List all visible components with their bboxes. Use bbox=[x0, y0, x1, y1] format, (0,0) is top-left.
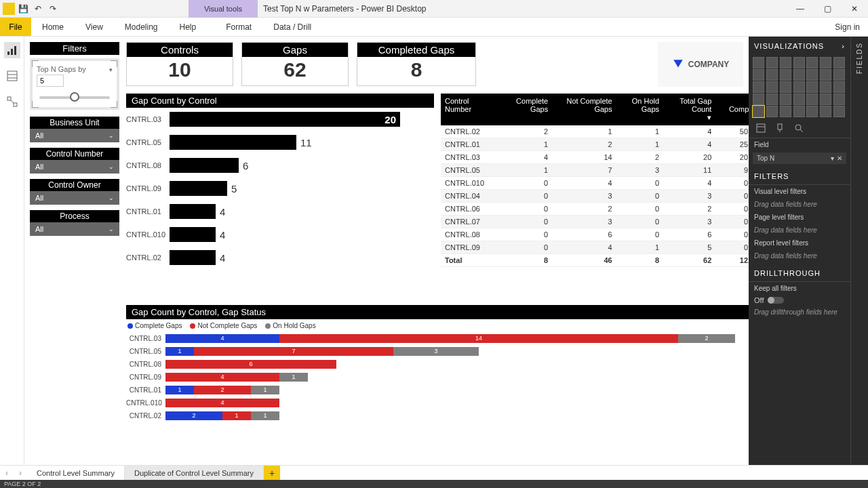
sign-in-link[interactable]: Sign in bbox=[835, 18, 868, 36]
viz-type-icon[interactable] bbox=[766, 69, 778, 81]
filter-dropdown[interactable]: All⌄ bbox=[30, 222, 119, 236]
stacked-segment[interactable]: 1 bbox=[251, 411, 279, 420]
filter-dropdown[interactable]: All⌄ bbox=[30, 129, 119, 142]
stacked-row[interactable]: CNTRL.034142 bbox=[126, 332, 749, 344]
data-view-icon[interactable] bbox=[4, 68, 20, 84]
kpi-card[interactable]: Completed Gaps 8 bbox=[357, 42, 476, 86]
page-nav-next[interactable]: › bbox=[14, 466, 27, 480]
stacked-row[interactable]: CNTRL.0104 bbox=[126, 396, 749, 409]
gap-count-bar-chart[interactable]: Gap Count by Control CNTRL.03 20 CNTRL.0… bbox=[126, 94, 434, 269]
ribbon-tab-view[interactable]: View bbox=[75, 18, 114, 36]
bar-row[interactable]: CNTRL.03 20 bbox=[126, 108, 434, 131]
fields-tool-icon[interactable] bbox=[755, 123, 766, 134]
table-row[interactable]: CNTRL.0403030.0% bbox=[441, 190, 749, 203]
filter-dropdown[interactable]: All⌄ bbox=[30, 160, 119, 174]
viz-type-icon[interactable] bbox=[766, 81, 778, 93]
viz-type-icon[interactable] bbox=[793, 106, 805, 117]
viz-type-icon[interactable] bbox=[753, 69, 764, 81]
report-view-icon[interactable] bbox=[4, 42, 20, 58]
bar-row[interactable]: CNTRL.05 11 bbox=[126, 131, 434, 154]
stacked-row[interactable]: CNTRL.01121 bbox=[126, 384, 749, 396]
chevron-down-icon[interactable]: ⌄ bbox=[108, 226, 114, 232]
viz-type-icon[interactable] bbox=[753, 57, 764, 68]
viz-type-icon[interactable] bbox=[820, 94, 831, 105]
topn-slider[interactable] bbox=[39, 96, 110, 99]
maximize-button[interactable]: ▢ bbox=[814, 0, 841, 18]
filter-drop-hint[interactable]: Drag data fields here bbox=[749, 198, 850, 211]
kpi-card[interactable]: Gaps 62 bbox=[241, 42, 349, 86]
table-header[interactable]: Complete Gaps bbox=[498, 94, 552, 125]
viz-type-icon[interactable] bbox=[806, 106, 818, 117]
ribbon-tab-home[interactable]: Home bbox=[31, 18, 75, 36]
stacked-segment[interactable]: 4 bbox=[165, 399, 279, 407]
bar-row[interactable]: CNTRL.01 4 bbox=[126, 200, 434, 223]
analytics-tool-icon[interactable] bbox=[793, 123, 804, 134]
chevron-down-icon[interactable]: ▾ bbox=[109, 66, 113, 73]
table-row[interactable]: CNTRL.0602020.0% bbox=[441, 203, 749, 216]
add-page-button[interactable]: + bbox=[264, 466, 280, 480]
viz-type-icon[interactable] bbox=[833, 106, 845, 117]
model-view-icon[interactable] bbox=[4, 94, 20, 110]
remove-field-icon[interactable]: ✕ bbox=[837, 155, 842, 162]
ribbon-tab-modeling[interactable]: Modeling bbox=[114, 18, 169, 36]
stacked-segment[interactable]: 1 bbox=[251, 386, 279, 394]
viz-type-icon[interactable] bbox=[780, 106, 791, 117]
bar-row[interactable]: CNTRL.09 5 bbox=[126, 177, 434, 200]
topn-slicer[interactable]: Top N Gaps by ▾ bbox=[30, 58, 119, 110]
bar-row[interactable]: CNTRL.010 4 bbox=[126, 223, 434, 246]
redo-icon[interactable]: ↷ bbox=[46, 2, 60, 16]
table-row[interactable]: CNTRL.0703030.0% bbox=[441, 216, 749, 228]
collapse-icon[interactable]: › bbox=[842, 42, 845, 50]
fields-pane-collapsed[interactable]: FIELDS bbox=[850, 37, 868, 465]
viz-type-icon[interactable] bbox=[780, 94, 791, 105]
viz-type-icon[interactable] bbox=[780, 69, 791, 81]
format-tool-icon[interactable] bbox=[774, 123, 785, 134]
viz-type-icon[interactable] bbox=[820, 69, 831, 81]
viz-type-icon[interactable] bbox=[806, 81, 818, 93]
viz-type-icon[interactable] bbox=[753, 81, 764, 93]
viz-type-icon[interactable] bbox=[820, 81, 831, 93]
table-row[interactable]: CNTRL.0904150.0% bbox=[441, 241, 749, 254]
stacked-segment[interactable]: 2 bbox=[678, 334, 735, 343]
stacked-segment[interactable]: 1 bbox=[165, 386, 194, 394]
table-header[interactable]: Total Gap Count▾ bbox=[663, 94, 715, 125]
viz-type-icon[interactable] bbox=[753, 94, 764, 105]
chevron-down-icon[interactable]: ⌄ bbox=[108, 195, 114, 201]
viz-type-icon[interactable] bbox=[806, 57, 818, 68]
stacked-row[interactable]: CNTRL.0941 bbox=[126, 371, 749, 383]
bar-row[interactable]: CNTRL.08 6 bbox=[126, 154, 434, 177]
viz-type-icon[interactable] bbox=[820, 57, 831, 68]
ribbon-tab-format[interactable]: Format bbox=[215, 18, 262, 36]
table-header[interactable]: On Hold Gaps bbox=[616, 94, 663, 125]
slider-handle[interactable] bbox=[70, 92, 79, 102]
table-row[interactable]: CNTRL.0341422020.0% bbox=[441, 151, 749, 164]
chevron-down-icon[interactable]: ▾ bbox=[831, 155, 834, 162]
table-row[interactable]: CNTRL.0806060.0% bbox=[441, 228, 749, 241]
ribbon-tab-data-drill[interactable]: Data / Drill bbox=[262, 18, 322, 36]
viz-type-icon[interactable] bbox=[793, 81, 805, 93]
viz-type-icon[interactable] bbox=[833, 81, 845, 93]
filter-drop-hint[interactable]: Drag data fields here bbox=[749, 224, 850, 237]
field-well-topn[interactable]: Top N ▾✕ bbox=[753, 152, 846, 164]
viz-type-icon[interactable] bbox=[833, 57, 845, 68]
stacked-segment[interactable]: 1 bbox=[222, 411, 251, 420]
viz-type-icon[interactable] bbox=[793, 69, 805, 81]
keep-all-toggle[interactable]: Off bbox=[749, 295, 850, 306]
stacked-segment[interactable]: 2 bbox=[165, 411, 222, 420]
viz-type-icon[interactable] bbox=[793, 94, 805, 105]
stacked-segment[interactable]: 4 bbox=[165, 334, 279, 343]
viz-type-icon[interactable] bbox=[806, 69, 818, 81]
kpi-card[interactable]: Controls 10 bbox=[126, 42, 233, 86]
chevron-down-icon[interactable]: ⌄ bbox=[108, 163, 114, 170]
table-header[interactable]: Not Complete Gaps bbox=[552, 94, 616, 125]
viz-type-icon[interactable] bbox=[820, 106, 831, 117]
ribbon-tab-help[interactable]: Help bbox=[169, 18, 208, 36]
viz-type-icon[interactable] bbox=[780, 81, 791, 93]
undo-icon[interactable]: ↶ bbox=[31, 2, 45, 16]
viz-type-icon[interactable] bbox=[766, 94, 778, 105]
save-icon[interactable]: 💾 bbox=[16, 2, 30, 16]
stacked-segment[interactable]: 2 bbox=[194, 386, 251, 394]
table-header[interactable]: Control Number bbox=[441, 94, 498, 125]
page-tab[interactable]: Duplicate of Control Level Summary bbox=[125, 466, 264, 480]
page-nav-prev[interactable]: ‹ bbox=[0, 466, 14, 480]
